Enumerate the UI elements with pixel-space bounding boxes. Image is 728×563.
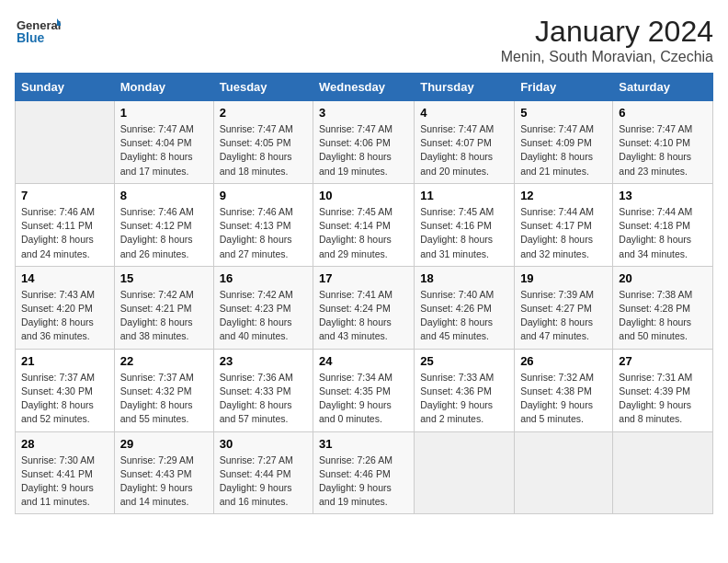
sunrise: Sunrise: 7:33 AM — [420, 372, 494, 383]
daylight: Daylight: 8 hours and 20 minutes. — [420, 151, 493, 176]
daylight: Daylight: 9 hours and 11 minutes. — [21, 482, 94, 507]
daylight: Daylight: 8 hours and 38 minutes. — [120, 316, 193, 341]
calendar-cell: 13 Sunrise: 7:44 AM Sunset: 4:18 PM Dayl… — [613, 183, 713, 266]
calendar-cell: 10 Sunrise: 7:45 AM Sunset: 4:14 PM Dayl… — [313, 183, 415, 266]
calendar-cell: 6 Sunrise: 7:47 AM Sunset: 4:10 PM Dayli… — [613, 101, 713, 184]
calendar-cell: 15 Sunrise: 7:42 AM Sunset: 4:21 PM Dayl… — [114, 266, 213, 349]
day-info: Sunrise: 7:47 AM Sunset: 4:05 PM Dayligh… — [220, 122, 307, 178]
sunset: Sunset: 4:32 PM — [120, 385, 192, 396]
calendar-cell: 28 Sunrise: 7:30 AM Sunset: 4:41 PM Dayl… — [16, 431, 115, 514]
day-info: Sunrise: 7:31 AM Sunset: 4:39 PM Dayligh… — [619, 371, 707, 427]
calendar-cell: 20 Sunrise: 7:38 AM Sunset: 4:28 PM Dayl… — [613, 266, 713, 349]
sunrise: Sunrise: 7:36 AM — [220, 372, 293, 383]
daylight: Daylight: 8 hours and 47 minutes. — [520, 316, 593, 341]
day-number: 16 — [220, 271, 307, 285]
logo: General Blue — [15, 15, 61, 52]
sunrise: Sunrise: 7:42 AM — [220, 289, 293, 300]
week-row: 28 Sunrise: 7:30 AM Sunset: 4:41 PM Dayl… — [16, 431, 713, 514]
daylight: Daylight: 8 hours and 21 minutes. — [520, 151, 593, 176]
sunrise: Sunrise: 7:42 AM — [120, 289, 194, 300]
calendar-cell: 11 Sunrise: 7:45 AM Sunset: 4:16 PM Dayl… — [415, 183, 515, 266]
calendar-cell: 27 Sunrise: 7:31 AM Sunset: 4:39 PM Dayl… — [613, 349, 713, 431]
daylight: Daylight: 8 hours and 45 minutes. — [420, 316, 493, 341]
sunset: Sunset: 4:07 PM — [420, 137, 492, 148]
day-info: Sunrise: 7:26 AM Sunset: 4:46 PM Dayligh… — [319, 454, 408, 510]
calendar-cell — [515, 431, 613, 514]
sunrise: Sunrise: 7:32 AM — [520, 372, 594, 383]
daylight: Daylight: 8 hours and 29 minutes. — [319, 234, 392, 259]
sunrise: Sunrise: 7:47 AM — [220, 123, 293, 134]
daylight: Daylight: 8 hours and 52 minutes. — [21, 399, 94, 424]
calendar-cell — [16, 101, 115, 184]
daylight: Daylight: 9 hours and 2 minutes. — [420, 399, 493, 424]
daylight: Daylight: 8 hours and 27 minutes. — [220, 234, 292, 259]
calendar-cell: 30 Sunrise: 7:27 AM Sunset: 4:44 PM Dayl… — [213, 431, 313, 514]
sunrise: Sunrise: 7:46 AM — [120, 206, 194, 217]
sunset: Sunset: 4:46 PM — [319, 468, 391, 479]
daylight: Daylight: 9 hours and 14 minutes. — [120, 482, 193, 507]
day-number: 24 — [319, 354, 408, 368]
sunset: Sunset: 4:16 PM — [420, 220, 492, 231]
day-number: 14 — [21, 271, 108, 285]
sunrise: Sunrise: 7:46 AM — [220, 206, 293, 217]
day-number: 7 — [21, 189, 108, 202]
calendar-cell: 9 Sunrise: 7:46 AM Sunset: 4:13 PM Dayli… — [213, 183, 313, 266]
daylight: Daylight: 8 hours and 34 minutes. — [619, 234, 691, 259]
calendar-cell: 29 Sunrise: 7:29 AM Sunset: 4:43 PM Dayl… — [114, 431, 213, 514]
day-info: Sunrise: 7:37 AM Sunset: 4:30 PM Dayligh… — [21, 371, 108, 427]
week-row: 21 Sunrise: 7:37 AM Sunset: 4:30 PM Dayl… — [16, 349, 713, 431]
sunset: Sunset: 4:38 PM — [520, 385, 592, 396]
day-info: Sunrise: 7:37 AM Sunset: 4:32 PM Dayligh… — [120, 371, 208, 427]
calendar-cell: 19 Sunrise: 7:39 AM Sunset: 4:27 PM Dayl… — [515, 266, 613, 349]
sunset: Sunset: 4:11 PM — [21, 220, 93, 231]
daylight: Daylight: 8 hours and 50 minutes. — [619, 316, 691, 341]
day-number: 1 — [120, 106, 208, 120]
calendar-cell: 23 Sunrise: 7:36 AM Sunset: 4:33 PM Dayl… — [213, 349, 313, 431]
day-info: Sunrise: 7:46 AM Sunset: 4:11 PM Dayligh… — [21, 205, 108, 261]
daylight: Daylight: 8 hours and 19 minutes. — [319, 151, 392, 176]
sunset: Sunset: 4:24 PM — [319, 303, 391, 314]
daylight: Daylight: 9 hours and 5 minutes. — [520, 399, 593, 424]
sunrise: Sunrise: 7:40 AM — [420, 289, 494, 300]
weekday-header: Tuesday — [213, 74, 313, 101]
day-number: 19 — [520, 271, 607, 285]
day-number: 2 — [220, 106, 307, 120]
sunrise: Sunrise: 7:46 AM — [21, 206, 95, 217]
weekday-header-row: SundayMondayTuesdayWednesdayThursdayFrid… — [16, 74, 713, 101]
calendar-cell: 17 Sunrise: 7:41 AM Sunset: 4:24 PM Dayl… — [313, 266, 415, 349]
daylight: Daylight: 8 hours and 23 minutes. — [619, 151, 691, 176]
sunrise: Sunrise: 7:47 AM — [420, 123, 494, 134]
day-info: Sunrise: 7:34 AM Sunset: 4:35 PM Dayligh… — [319, 371, 408, 427]
calendar-cell: 8 Sunrise: 7:46 AM Sunset: 4:12 PM Dayli… — [114, 183, 213, 266]
daylight: Daylight: 8 hours and 31 minutes. — [420, 234, 493, 259]
day-number: 8 — [120, 189, 208, 202]
calendar-cell: 12 Sunrise: 7:44 AM Sunset: 4:17 PM Dayl… — [515, 183, 613, 266]
calendar-table: SundayMondayTuesdayWednesdayThursdayFrid… — [15, 73, 713, 514]
sunrise: Sunrise: 7:45 AM — [420, 206, 494, 217]
day-info: Sunrise: 7:43 AM Sunset: 4:20 PM Dayligh… — [21, 288, 108, 344]
day-info: Sunrise: 7:41 AM Sunset: 4:24 PM Dayligh… — [319, 288, 408, 344]
calendar-cell: 5 Sunrise: 7:47 AM Sunset: 4:09 PM Dayli… — [515, 101, 613, 184]
weekday-header: Saturday — [613, 74, 713, 101]
calendar-cell: 3 Sunrise: 7:47 AM Sunset: 4:06 PM Dayli… — [313, 101, 415, 184]
weekday-header: Monday — [114, 74, 213, 101]
daylight: Daylight: 9 hours and 19 minutes. — [319, 482, 392, 507]
sunrise: Sunrise: 7:29 AM — [120, 454, 194, 465]
day-info: Sunrise: 7:47 AM Sunset: 4:07 PM Dayligh… — [420, 122, 508, 178]
sunset: Sunset: 4:39 PM — [619, 385, 690, 396]
sunrise: Sunrise: 7:34 AM — [319, 372, 392, 383]
day-info: Sunrise: 7:44 AM Sunset: 4:18 PM Dayligh… — [619, 205, 707, 261]
day-info: Sunrise: 7:36 AM Sunset: 4:33 PM Dayligh… — [220, 371, 307, 427]
day-info: Sunrise: 7:30 AM Sunset: 4:41 PM Dayligh… — [21, 454, 108, 510]
day-number: 21 — [21, 354, 108, 368]
calendar-cell — [415, 431, 515, 514]
day-number: 5 — [520, 106, 607, 120]
calendar-cell: 1 Sunrise: 7:47 AM Sunset: 4:04 PM Dayli… — [114, 101, 213, 184]
sunset: Sunset: 4:36 PM — [420, 385, 492, 396]
day-number: 6 — [619, 106, 707, 120]
day-number: 9 — [220, 189, 307, 202]
day-info: Sunrise: 7:42 AM Sunset: 4:21 PM Dayligh… — [120, 288, 208, 344]
day-number: 30 — [220, 437, 307, 451]
day-info: Sunrise: 7:47 AM Sunset: 4:10 PM Dayligh… — [619, 122, 707, 178]
sunset: Sunset: 4:06 PM — [319, 137, 391, 148]
